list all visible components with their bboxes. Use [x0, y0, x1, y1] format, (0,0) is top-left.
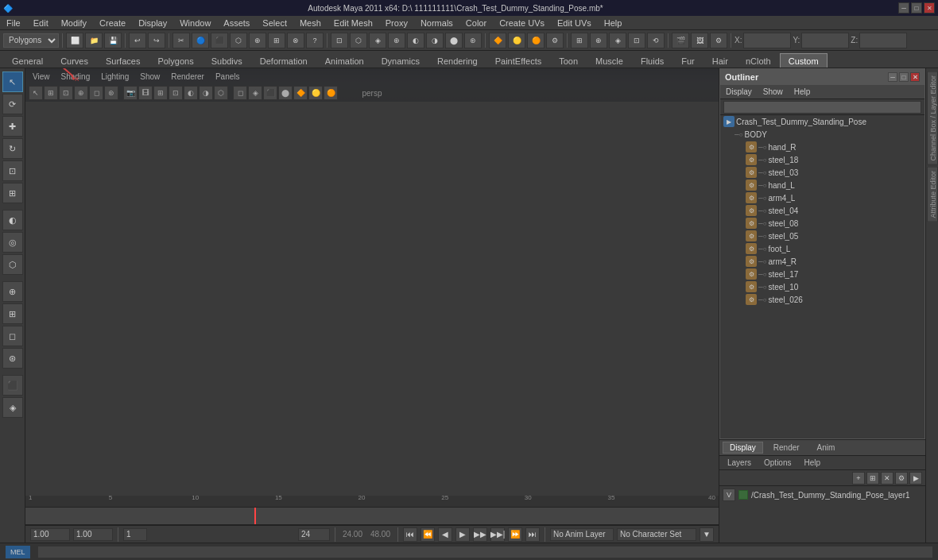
tool-btn-4[interactable]: ↩: [129, 33, 146, 48]
menu-assets[interactable]: Assets: [220, 16, 253, 29]
rotate-tool[interactable]: ↻: [2, 138, 23, 159]
tab-rendering[interactable]: Rendering: [428, 53, 486, 68]
menu-window[interactable]: Window: [176, 16, 214, 29]
tree-item-arm4-l[interactable]: ⚙ ─○ arm4_L: [720, 191, 924, 204]
tree-item-steel-18[interactable]: ⚙ ─○ steel_18: [720, 153, 924, 166]
tree-item-root[interactable]: ▶ Crash_Test_Dummy_Standing_Pose: [720, 115, 924, 128]
end-frame-field[interactable]: [298, 528, 330, 541]
tool-btn-15[interactable]: ⬡: [350, 33, 367, 48]
mode-dropdown[interactable]: Polygons: [3, 33, 59, 48]
tab-animation[interactable]: Animation: [316, 53, 373, 68]
tool-btn-22[interactable]: 🔶: [489, 33, 506, 48]
lower-subtab-help[interactable]: Help: [799, 458, 825, 468]
outliner-search-input[interactable]: [723, 101, 921, 114]
tab-toon[interactable]: Toon: [550, 53, 587, 68]
snap-pt[interactable]: ⊕: [2, 281, 23, 302]
render-btn-1[interactable]: 🎬: [672, 33, 689, 48]
vp-menu-renderer[interactable]: Renderer: [169, 72, 207, 81]
tool-btn-20[interactable]: ⬤: [445, 33, 463, 48]
tool-btn-5[interactable]: ↪: [148, 33, 165, 48]
vp-shading-5[interactable]: 🔶: [293, 86, 308, 100]
menu-proxy[interactable]: Proxy: [382, 16, 411, 29]
go-start-btn[interactable]: ⏮: [403, 527, 417, 542]
render-btn-2[interactable]: 🖼: [691, 33, 708, 48]
vp-menu-show[interactable]: Show: [138, 72, 162, 81]
range-end-field[interactable]: [73, 528, 113, 541]
vp-btn-2[interactable]: ⊞: [44, 86, 58, 100]
snap-btn-2[interactable]: ⊕: [590, 33, 607, 48]
vp-cam-1[interactable]: 📷: [123, 86, 138, 100]
play-rev-btn[interactable]: ▶▶: [473, 527, 487, 542]
tree-item-hand-r[interactable]: ⚙ ─○ hand_R: [720, 141, 924, 153]
layer-option-btn[interactable]: ⚙: [895, 472, 908, 485]
layer-new-btn[interactable]: +: [852, 472, 865, 485]
tool-btn-19[interactable]: ◑: [426, 33, 444, 48]
maximize-button[interactable]: □: [911, 2, 922, 14]
snap-btn-1[interactable]: ⊞: [571, 33, 588, 48]
paint-select[interactable]: ⬡: [2, 254, 23, 275]
lower-tab-display[interactable]: Display: [723, 442, 763, 454]
vp-shading-7[interactable]: 🟠: [324, 86, 338, 100]
outliner-menu-help[interactable]: Help: [792, 87, 813, 96]
tab-dynamics[interactable]: Dynamics: [373, 53, 428, 68]
tool-btn-7[interactable]: 🔵: [192, 33, 209, 48]
soft-select[interactable]: ◐: [2, 210, 23, 230]
tool-btn-23[interactable]: 🟡: [508, 33, 525, 48]
outliner-minimize[interactable]: ─: [888, 72, 897, 82]
tab-curves[interactable]: Curves: [52, 53, 97, 68]
sidebar-tab-channel-box[interactable]: Channel Box / Layer Editor: [927, 71, 938, 165]
layer-delete-btn[interactable]: ✕: [881, 472, 893, 485]
timeline-track[interactable]: [25, 508, 719, 525]
vp-select-btn[interactable]: ↖: [29, 86, 43, 100]
vp-shading-6[interactable]: 🟡: [308, 86, 323, 100]
vp-cam-7[interactable]: ⬡: [214, 86, 228, 100]
tool-btn-13[interactable]: ?: [306, 33, 324, 48]
menu-help[interactable]: Help: [601, 16, 626, 29]
vp-cam-6[interactable]: ◑: [199, 86, 213, 100]
vp-cam-2[interactable]: 🎞: [138, 86, 153, 100]
tab-hair[interactable]: Hair: [704, 53, 737, 68]
lower-subtab-options[interactable]: Options: [759, 458, 796, 468]
vp-menu-panels[interactable]: Panels: [213, 72, 242, 81]
menu-color[interactable]: Color: [463, 16, 490, 29]
menu-create[interactable]: Create: [96, 16, 129, 29]
outliner-menu-display[interactable]: Display: [723, 87, 754, 96]
tool-btn-8[interactable]: ⬛: [211, 33, 228, 48]
tab-custom[interactable]: Custom: [780, 53, 828, 68]
vp-btn-5[interactable]: ◻: [89, 86, 103, 100]
layer-right-btn[interactable]: ▶: [909, 472, 922, 485]
menu-file[interactable]: File: [3, 16, 24, 29]
tool-btn-14[interactable]: ⊡: [331, 33, 348, 48]
vp-cam-3[interactable]: ⊞: [153, 86, 168, 100]
tab-fluids[interactable]: Fluids: [632, 53, 672, 68]
vp-shading-3[interactable]: ⬛: [263, 86, 277, 100]
tree-item-hand-l[interactable]: ⚙ ─○ hand_L: [720, 179, 924, 191]
mel-input[interactable]: [37, 546, 933, 558]
viewport[interactable]: View Shading Lighting Show Renderer Pane…: [25, 68, 719, 102]
menu-mesh[interactable]: Mesh: [297, 16, 324, 29]
mel-tab[interactable]: MEL: [5, 545, 31, 559]
ipr-render[interactable]: ◈: [2, 397, 23, 418]
tree-item-steel-08[interactable]: ⚙ ─○ steel_08: [720, 217, 924, 230]
play-btn[interactable]: ▶: [455, 527, 470, 542]
lasso-tool[interactable]: ◎: [2, 232, 23, 253]
tree-item-foot-l[interactable]: ⚙ ─○ foot_L: [720, 242, 924, 255]
render-btn-3[interactable]: ⚙: [710, 33, 727, 48]
tree-item-arm4-r[interactable]: ⚙ ─○ arm4_R: [720, 255, 924, 268]
menu-select[interactable]: Select: [259, 16, 290, 29]
universal-tool[interactable]: ⊞: [2, 183, 23, 203]
tool-btn-3[interactable]: 💾: [104, 33, 122, 48]
anim-layer-field[interactable]: [550, 528, 614, 541]
x-field[interactable]: [743, 33, 791, 48]
tab-deformation[interactable]: Deformation: [251, 53, 316, 68]
layer-visible-btn[interactable]: V: [723, 489, 735, 501]
prev-key-btn[interactable]: ⏪: [421, 527, 435, 542]
vp-shading-2[interactable]: ◈: [248, 86, 262, 100]
next-frame-btn[interactable]: ▶▶|: [490, 527, 505, 542]
range-start-field[interactable]: [30, 528, 70, 541]
vp-cam-5[interactable]: ◐: [184, 86, 198, 100]
menu-edit[interactable]: Edit: [30, 16, 52, 29]
tree-item-steel-03[interactable]: ⚙ ─○ steel_03: [720, 166, 924, 179]
tool-btn-10[interactable]: ⊕: [249, 33, 266, 48]
scale-tool[interactable]: ⊡: [2, 160, 23, 181]
